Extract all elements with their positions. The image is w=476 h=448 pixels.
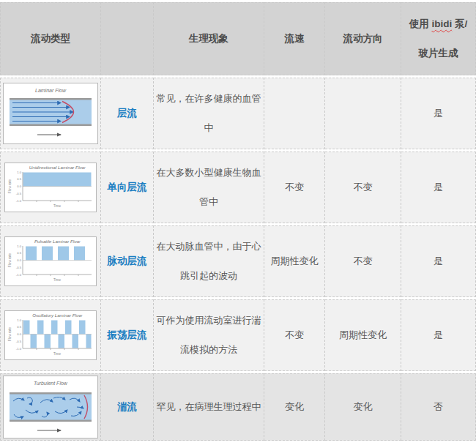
- svg-text:Flow rate: Flow rate: [8, 253, 12, 267]
- svg-text:Flow rate: Flow rate: [8, 327, 12, 341]
- turbulent-flow-figure: Turbulent Flow: [3, 376, 98, 438]
- unidirectional-flow-figure: Unidirectional Laminar Flow Flow rate 1.…: [4, 163, 97, 212]
- svg-text:Turbulent Flow: Turbulent Flow: [34, 381, 68, 386]
- svg-text:1.0: 1.0: [17, 244, 21, 248]
- ibidi-brand-text: ibidi: [432, 18, 453, 29]
- header-ibidi: 使用 ibidi 泵/ 玻片生成: [401, 2, 476, 75]
- header-row: 流动类型 生理现象 流速 流动方向 使用 ibidi 泵/ 玻片生成: [0, 2, 476, 75]
- cell-direction: 不变: [325, 225, 401, 297]
- svg-text:-0.5: -0.5: [16, 266, 22, 269]
- svg-text:Oscillatory Laminar Flow: Oscillatory Laminar Flow: [32, 313, 82, 318]
- header-speed: 流速: [264, 2, 325, 75]
- cell-phenomenon: 在大动脉血管中，由于心跳引起的波动: [154, 225, 264, 297]
- cell-speed: 周期性变化: [264, 225, 325, 297]
- table-row-unidirectional: Unidirectional Laminar Flow Flow rate 1.…: [0, 152, 476, 223]
- cell-speed: 不变: [264, 152, 325, 223]
- cell-ibidi: 是: [401, 299, 476, 371]
- table-row-oscillatory: Oscillatory Laminar Flow Flow rate 1.0 0…: [0, 299, 476, 371]
- y-tick-labels: 1.0 0.5 0.0 -0.5 -1.0: [16, 318, 22, 351]
- cell-ibidi: 是: [401, 225, 476, 297]
- header-ibidi-line2: 玻片生成: [403, 39, 474, 68]
- cell-phenomenon: 罕见，在病理生理过程中: [154, 373, 264, 441]
- flow-name-label: 振荡层流: [108, 329, 147, 340]
- cell-direction: [325, 78, 401, 149]
- pulsatile-flow-chart: Pulsatile Laminar Flow Flow rate 1.0 0.5…: [5, 237, 96, 285]
- svg-text:1.0: 1.0: [17, 171, 21, 174]
- cell-flow-diagram: Laminar Flow: [0, 78, 101, 149]
- pulsatile-flow-figure: Pulsatile Laminar Flow Flow rate 1.0 0.5…: [4, 236, 97, 286]
- header-ibidi-line1: 使用 ibidi 泵/: [403, 10, 474, 39]
- svg-text:-0.5: -0.5: [16, 192, 22, 195]
- cell-direction: 不变: [325, 152, 401, 223]
- turbulent-flow-diagram: Turbulent Flow: [4, 376, 97, 438]
- pulse-bars: [26, 247, 85, 261]
- svg-text:Time: Time: [53, 352, 61, 356]
- cell-flow-name: 脉动层流: [101, 225, 154, 297]
- svg-text:0.0: 0.0: [17, 332, 21, 336]
- cell-flow-name: 湍流: [101, 373, 154, 441]
- constant-flow-area: [23, 173, 92, 187]
- svg-text:Time: Time: [53, 278, 61, 282]
- cell-direction: 周期性变化: [325, 299, 401, 371]
- flow-name-label: 层流: [117, 108, 137, 119]
- flow-name-label: 脉动层流: [108, 255, 147, 266]
- cell-ibidi: 否: [401, 373, 476, 441]
- header-phenomenon: 生理现象: [154, 2, 264, 75]
- unidirectional-flow-chart: Unidirectional Laminar Flow Flow rate 1.…: [5, 163, 96, 212]
- oscillatory-flow-chart: Oscillatory Laminar Flow Flow rate 1.0 0…: [5, 311, 96, 359]
- flow-types-table: 流动类型 生理现象 流速 流动方向 使用 ibidi 泵/ 玻片生成 Lamin…: [0, 0, 476, 443]
- cell-flow-name: 单向层流: [101, 152, 154, 223]
- svg-text:0.5: 0.5: [17, 325, 21, 329]
- table-row-pulsatile: Pulsatile Laminar Flow Flow rate 1.0 0.5…: [0, 225, 476, 297]
- svg-text:0.5: 0.5: [17, 177, 21, 181]
- header-ibidi-suffix: 泵/: [452, 18, 467, 29]
- header-ibidi-prefix: 使用: [409, 18, 432, 29]
- svg-text:-1.0: -1.0: [16, 199, 22, 203]
- cell-ibidi: 是: [401, 78, 476, 149]
- svg-text:Laminar Flow: Laminar Flow: [35, 88, 67, 93]
- cell-ibidi: 是: [401, 152, 476, 223]
- header-direction: 流动方向: [325, 2, 401, 75]
- cell-phenomenon: 在大多数小型健康生物血管中: [154, 152, 264, 223]
- cell-flow-diagram: Pulsatile Laminar Flow Flow rate 1.0 0.5…: [0, 225, 101, 297]
- header-flow-name-spacer: [101, 2, 154, 75]
- svg-text:-1.0: -1.0: [16, 347, 22, 351]
- cell-flow-diagram: Oscillatory Laminar Flow Flow rate 1.0 0…: [0, 299, 101, 371]
- cell-phenomenon: 可作为使用流动室进行湍流模拟的方法: [154, 299, 264, 371]
- svg-text:Pulsatile Laminar Flow: Pulsatile Laminar Flow: [34, 239, 81, 244]
- svg-text:0.0: 0.0: [17, 184, 21, 188]
- cell-phenomenon: 常见，在许多健康的血管中: [154, 78, 264, 149]
- cell-direction: 变化: [325, 373, 401, 441]
- cell-flow-name: 振荡层流: [101, 299, 154, 371]
- cell-speed: 不变: [264, 299, 325, 371]
- oscillatory-flow-figure: Oscillatory Laminar Flow Flow rate 1.0 0…: [4, 310, 97, 360]
- svg-text:Unidirectional Laminar Flow: Unidirectional Laminar Flow: [29, 165, 86, 170]
- flow-name-label: 单向层流: [108, 182, 147, 193]
- laminar-flow-figure: Laminar Flow: [3, 83, 98, 144]
- table-row-laminar: Laminar Flow: [0, 78, 476, 149]
- cell-speed: [264, 78, 325, 149]
- svg-text:0.5: 0.5: [17, 251, 21, 255]
- y-tick-labels: 1.0 0.5 0.0 -0.5 -1.0: [16, 171, 22, 203]
- svg-text:Time: Time: [53, 204, 61, 208]
- y-tick-labels: 1.0 0.5 0.0 -0.5 -1.0: [16, 244, 22, 277]
- svg-text:0.0: 0.0: [17, 258, 21, 262]
- table-row-turbulent: Turbulent Flow: [0, 373, 476, 441]
- header-flow-type: 流动类型: [0, 2, 101, 75]
- cell-flow-diagram: Turbulent Flow: [0, 373, 101, 441]
- svg-text:Flow rate: Flow rate: [8, 179, 12, 193]
- laminar-flow-diagram: Laminar Flow: [4, 83, 97, 143]
- svg-text:-0.5: -0.5: [16, 340, 22, 343]
- cell-flow-name: 层流: [101, 78, 154, 149]
- flow-types-page: 流动类型 生理现象 流速 流动方向 使用 ibidi 泵/ 玻片生成 Lamin…: [0, 0, 476, 443]
- svg-text:-1.0: -1.0: [16, 273, 22, 277]
- cell-flow-diagram: Unidirectional Laminar Flow Flow rate 1.…: [0, 152, 101, 223]
- flow-name-label: 湍流: [117, 401, 137, 412]
- cell-speed: 变化: [264, 373, 325, 441]
- svg-text:1.0: 1.0: [17, 318, 21, 322]
